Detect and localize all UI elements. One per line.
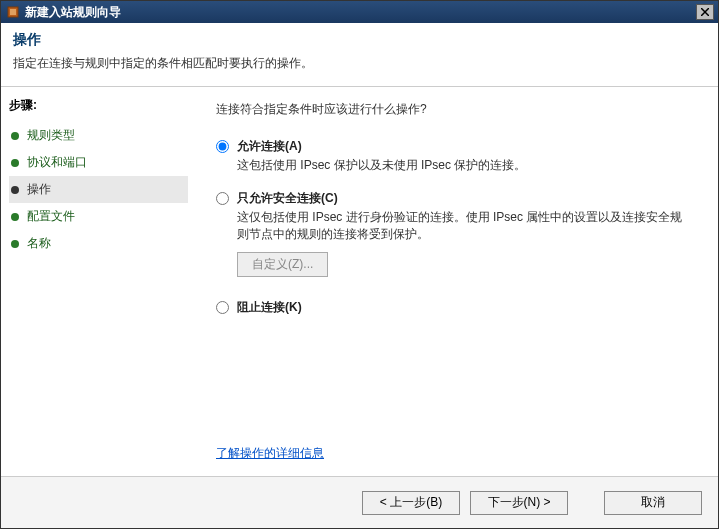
close-button[interactable]: [696, 4, 714, 20]
option-label: 只允许安全连接(C): [237, 190, 338, 207]
step-1[interactable]: 协议和端口: [9, 149, 188, 176]
step-label: 名称: [27, 235, 51, 252]
learn-more-link[interactable]: 了解操作的详细信息: [216, 445, 324, 462]
page-subtitle: 指定在连接与规则中指定的条件相匹配时要执行的操作。: [13, 55, 706, 72]
customize-button: 自定义(Z)...: [237, 252, 328, 277]
step-label: 协议和端口: [27, 154, 87, 171]
step-label: 操作: [27, 181, 51, 198]
radio-block[interactable]: [216, 301, 229, 314]
option-desc: 这仅包括使用 IPsec 进行身份验证的连接。使用 IPsec 属性中的设置以及…: [237, 209, 694, 243]
body: 步骤: 规则类型协议和端口操作配置文件名称 连接符合指定条件时应该进行什么操作?…: [1, 87, 718, 476]
cancel-button[interactable]: 取消: [604, 491, 702, 515]
sidebar-title: 步骤:: [9, 97, 188, 114]
option-label: 阻止连接(K): [237, 299, 302, 316]
main-panel: 连接符合指定条件时应该进行什么操作? 允许连接(A)这包括使用 IPsec 保护…: [196, 87, 718, 476]
radio-allow-secure[interactable]: [216, 192, 229, 205]
page-title: 操作: [13, 31, 706, 49]
question-text: 连接符合指定条件时应该进行什么操作?: [216, 101, 694, 118]
window-title: 新建入站规则向导: [25, 4, 696, 21]
step-bullet-icon: [11, 186, 19, 194]
step-label: 配置文件: [27, 208, 75, 225]
radio-allow[interactable]: [216, 140, 229, 153]
step-bullet-icon: [11, 213, 19, 221]
back-button[interactable]: < 上一步(B): [362, 491, 460, 515]
titlebar: 新建入站规则向导: [1, 1, 718, 23]
step-label: 规则类型: [27, 127, 75, 144]
sidebar: 步骤: 规则类型协议和端口操作配置文件名称: [1, 87, 196, 476]
option-allow-secure: 只允许安全连接(C)这仅包括使用 IPsec 进行身份验证的连接。使用 IPse…: [216, 190, 694, 284]
footer: < 上一步(B) 下一步(N) > 取消: [1, 476, 718, 528]
next-button[interactable]: 下一步(N) >: [470, 491, 568, 515]
header: 操作 指定在连接与规则中指定的条件相匹配时要执行的操作。: [1, 23, 718, 87]
option-desc: 这包括使用 IPsec 保护以及未使用 IPsec 保护的连接。: [237, 157, 694, 174]
step-2[interactable]: 操作: [9, 176, 188, 203]
wizard-window: 新建入站规则向导 操作 指定在连接与规则中指定的条件相匹配时要执行的操作。 步骤…: [0, 0, 719, 529]
option-allow: 允许连接(A)这包括使用 IPsec 保护以及未使用 IPsec 保护的连接。: [216, 138, 694, 174]
option-row: 只允许安全连接(C): [216, 190, 694, 207]
step-bullet-icon: [11, 159, 19, 167]
option-label: 允许连接(A): [237, 138, 302, 155]
step-3[interactable]: 配置文件: [9, 203, 188, 230]
step-4[interactable]: 名称: [9, 230, 188, 257]
app-icon: [5, 4, 21, 20]
step-0[interactable]: 规则类型: [9, 122, 188, 149]
step-bullet-icon: [11, 240, 19, 248]
option-row: 阻止连接(K): [216, 299, 694, 316]
option-block: 阻止连接(K): [216, 299, 694, 316]
step-bullet-icon: [11, 132, 19, 140]
option-row: 允许连接(A): [216, 138, 694, 155]
svg-rect-1: [10, 9, 16, 15]
